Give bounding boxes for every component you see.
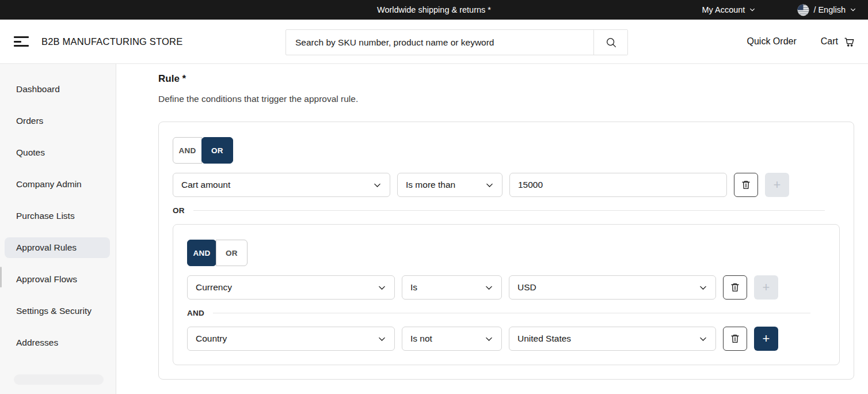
chevron-down-icon: [378, 283, 386, 292]
toggle-and-button[interactable]: AND: [173, 137, 202, 164]
search-icon: [605, 36, 617, 48]
delete-condition-button[interactable]: [734, 173, 758, 197]
sidebar-item-approval-rules[interactable]: Approval Rules: [5, 237, 110, 258]
logic-toggle-outer: AND OR: [173, 137, 233, 164]
sidebar-item-settings-security[interactable]: Settings & Security: [5, 301, 110, 321]
chevron-down-icon: [485, 283, 493, 292]
condition-row-country: Country Is not United Stat: [187, 327, 825, 351]
page-title: Rule *: [158, 73, 855, 85]
logic-divider-or: OR: [173, 206, 840, 215]
add-condition-button-disabled: +: [765, 173, 789, 197]
chevron-down-icon: [749, 6, 756, 13]
toggle-or-button[interactable]: OR: [216, 240, 248, 266]
plus-icon: +: [763, 280, 770, 295]
plus-icon: +: [774, 177, 781, 192]
page: Worldwide shipping & returns * My Accoun…: [0, 0, 868, 394]
delete-condition-button[interactable]: [723, 275, 747, 300]
cart-icon: [843, 36, 855, 48]
search-input[interactable]: [286, 30, 593, 55]
operator-select[interactable]: Is: [402, 275, 502, 300]
site-header: B2B MANUFACTURING STORE Quick Order Cart: [0, 20, 868, 64]
search-button[interactable]: [593, 30, 627, 55]
sidebar-nav: Dashboard Orders Quotes Company Admin Pu…: [0, 64, 116, 394]
header-actions: Quick Order Cart: [747, 36, 858, 48]
quick-order-link[interactable]: Quick Order: [747, 36, 797, 47]
value-input[interactable]: [509, 173, 727, 197]
chevron-down-icon: [485, 181, 494, 190]
rule-group-inner: AND OR Currency Is: [173, 224, 840, 365]
sidebar-item-purchase-lists[interactable]: Purchase Lists: [5, 206, 110, 226]
delete-condition-button[interactable]: [723, 327, 747, 351]
condition-row-cart-amount: Cart amount Is more than: [173, 173, 840, 197]
rule-group-outer: AND OR Cart amount Is more than: [158, 122, 854, 380]
trash-icon: [730, 334, 740, 344]
sidebar-item-orders[interactable]: Orders: [5, 111, 110, 131]
cart-label: Cart: [821, 36, 838, 47]
store-logo-text[interactable]: B2B MANUFACTURING STORE: [41, 36, 182, 47]
chevron-down-icon: [850, 6, 856, 13]
condition-select[interactable]: Currency: [187, 275, 395, 300]
announcement-bar: Worldwide shipping & returns * My Accoun…: [0, 0, 868, 20]
logic-divider-and: AND: [187, 309, 825, 317]
language-label: / English: [813, 5, 846, 14]
trash-icon: [741, 180, 751, 190]
my-account-label: My Account: [702, 5, 745, 14]
main-content: Rule * Define the conditions that trigge…: [116, 64, 868, 394]
topbar-right: My Account: [702, 4, 868, 16]
condition-select[interactable]: Country: [187, 327, 395, 351]
page-description: Define the conditions that trigger the a…: [158, 94, 855, 104]
search-bar: [285, 29, 628, 55]
us-flag-icon: [797, 4, 809, 16]
add-condition-button-disabled: +: [754, 275, 778, 300]
chevron-down-icon: [699, 283, 707, 292]
toggle-and-button[interactable]: AND: [187, 240, 216, 266]
sidebar-item-dashboard[interactable]: Dashboard: [5, 79, 110, 100]
operator-select[interactable]: Is more than: [397, 173, 502, 197]
chevron-down-icon: [485, 335, 493, 343]
toggle-or-button[interactable]: OR: [201, 137, 233, 164]
value-select[interactable]: United States: [509, 327, 716, 351]
chevron-down-icon: [699, 335, 707, 343]
condition-row-currency: Currency Is USD: [187, 275, 825, 300]
plus-icon: +: [763, 331, 770, 346]
cart-link[interactable]: Cart: [821, 36, 855, 48]
my-account-menu[interactable]: My Account: [702, 5, 756, 14]
hamburger-menu-icon[interactable]: [13, 35, 30, 48]
operator-select[interactable]: Is not: [402, 327, 502, 351]
value-select[interactable]: USD: [509, 275, 716, 300]
chevron-down-icon: [378, 335, 386, 343]
chevron-down-icon: [373, 181, 382, 190]
add-condition-button[interactable]: +: [754, 327, 778, 351]
sidebar-item-quotes[interactable]: Quotes: [5, 142, 110, 163]
sidebar-scrollbar[interactable]: [0, 267, 2, 287]
trash-icon: [730, 282, 740, 293]
sidebar-item-approval-flows[interactable]: Approval Flows: [5, 269, 110, 290]
sidebar-item-addresses[interactable]: Addresses: [5, 332, 110, 353]
logic-toggle-inner: AND OR: [187, 240, 248, 266]
sidebar-item-company-admin[interactable]: Company Admin: [5, 174, 110, 195]
quick-order-label: Quick Order: [747, 36, 797, 47]
sidebar-ghost-item: [14, 374, 104, 385]
language-selector[interactable]: / English: [797, 4, 856, 16]
condition-select[interactable]: Cart amount: [173, 173, 390, 197]
